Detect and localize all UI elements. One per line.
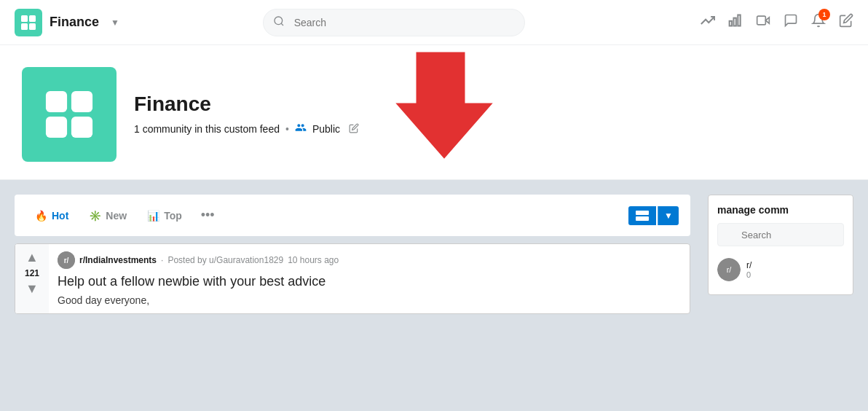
post-time: 10 hours ago: [288, 255, 339, 265]
sidebar-comm-members: 0: [746, 270, 751, 279]
post-body: Good day everyone,: [58, 294, 681, 306]
hot-icon: 🔥: [35, 210, 47, 222]
community-meta: 1 community in this custom feed • Public: [134, 122, 359, 136]
main-feed: 🔥 Hot ✳️ New 📊 Top •••: [15, 195, 690, 314]
view-toggle: ▼: [628, 206, 679, 225]
svg-text:r/: r/: [727, 265, 733, 274]
manage-communities-panel: manage comm r/: [708, 195, 853, 295]
upvote-button[interactable]: ▲: [25, 250, 39, 265]
notification-badge: 1: [818, 9, 830, 20]
svg-rect-12: [71, 91, 92, 112]
sort-bar: 🔥 Hot ✳️ New 📊 Top •••: [15, 195, 690, 236]
right-sidebar: manage comm r/: [708, 195, 853, 314]
sort-new-button[interactable]: ✳️ New: [80, 204, 135, 227]
view-dropdown-button[interactable]: ▼: [658, 206, 679, 225]
community-icon: [22, 67, 117, 162]
content-area: 🔥 Hot ✳️ New 📊 Top •••: [0, 180, 868, 314]
video-icon[interactable]: [756, 13, 770, 31]
new-icon: ✳️: [89, 210, 101, 222]
svg-rect-9: [757, 16, 766, 25]
header-dropdown-icon[interactable]: ▼: [111, 17, 119, 28]
subreddit-name[interactable]: r/IndiaInvestments: [79, 255, 157, 265]
svg-line-5: [281, 23, 283, 26]
sidebar-search-wrap: [717, 223, 844, 246]
community-name: Finance: [134, 93, 359, 116]
svg-rect-2: [21, 23, 28, 30]
svg-rect-13: [46, 117, 67, 138]
community-info: Finance 1 community in this custom feed …: [134, 93, 359, 136]
post-card: ▲ 121 ▼ r/ r/IndiaInvestments ·: [15, 243, 690, 314]
sidebar-community-item: r/ r/ 0: [717, 254, 844, 286]
svg-rect-6: [730, 21, 732, 26]
app-header: Finance ▼: [0, 0, 868, 45]
svg-rect-7: [733, 18, 735, 26]
sort-more-button[interactable]: •••: [194, 202, 222, 229]
trending-icon[interactable]: [701, 13, 715, 31]
sidebar-comm-avatar: r/: [717, 258, 741, 281]
post-content: r/ r/IndiaInvestments · Posted by u/Gaur…: [49, 244, 690, 313]
svg-rect-14: [71, 117, 92, 138]
public-icon: [295, 122, 307, 136]
post-separator: ·: [161, 255, 163, 265]
notification-icon[interactable]: 1: [811, 13, 826, 31]
top-icon: 📊: [147, 210, 159, 222]
chart-icon[interactable]: [728, 13, 743, 31]
public-label: Public: [312, 123, 340, 135]
downvote-button[interactable]: ▼: [25, 281, 39, 297]
svg-rect-17: [636, 211, 649, 215]
app-logo-icon[interactable]: [15, 9, 42, 36]
community-banner: Finance 1 community in this custom feed …: [0, 45, 868, 180]
vote-count: 121: [25, 268, 39, 278]
post-vote-section: ▲ 121 ▼: [15, 244, 49, 313]
edit-icon[interactable]: [839, 13, 853, 31]
svg-rect-0: [21, 15, 28, 22]
svg-point-4: [275, 17, 283, 25]
posted-by: Posted by u/Gauravation1829: [167, 255, 283, 265]
manage-communities-title: manage comm: [717, 204, 844, 216]
community-meta-text: 1 community in this custom feed: [134, 123, 280, 135]
post-title[interactable]: Help out a fellow newbie with your best …: [58, 273, 681, 290]
subreddit-avatar: r/: [58, 251, 75, 269]
svg-text:r/: r/: [64, 257, 69, 265]
sidebar-comm-name: r/: [746, 260, 751, 270]
svg-rect-11: [46, 91, 67, 112]
view-card-button[interactable]: [628, 206, 656, 225]
community-edit-icon[interactable]: [349, 123, 359, 136]
app-title: Finance: [50, 15, 99, 30]
svg-rect-1: [29, 15, 36, 22]
meta-dot: •: [285, 123, 289, 135]
chat-icon[interactable]: [784, 13, 798, 31]
sidebar-comm-info: r/ 0: [746, 260, 751, 279]
sort-top-button[interactable]: 📊 Top: [138, 204, 191, 227]
svg-rect-18: [636, 216, 649, 221]
sidebar-search-input[interactable]: [717, 223, 844, 246]
search-icon: [273, 15, 285, 30]
header-logo: Finance ▼: [15, 9, 175, 36]
search-bar: [263, 9, 525, 36]
search-input[interactable]: [263, 9, 525, 36]
svg-rect-8: [738, 15, 740, 26]
post-meta: r/ r/IndiaInvestments · Posted by u/Gaur…: [58, 251, 681, 269]
sort-hot-button[interactable]: 🔥 Hot: [26, 204, 77, 227]
header-actions: 1: [701, 13, 853, 31]
svg-rect-3: [29, 23, 36, 30]
